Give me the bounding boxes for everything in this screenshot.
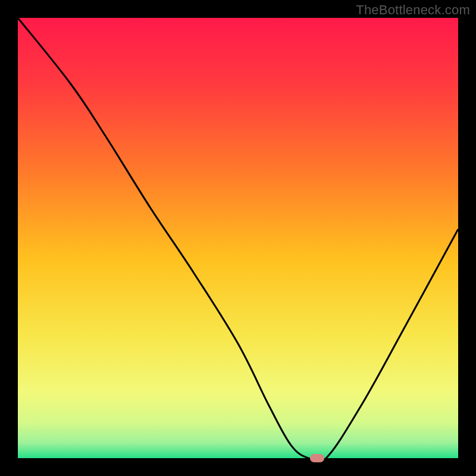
plot-area [18, 18, 458, 458]
plot-svg [18, 18, 458, 458]
optimal-point-marker [310, 454, 324, 462]
watermark-text: TheBottleneck.com [356, 2, 470, 18]
chart-frame: TheBottleneck.com [0, 0, 476, 476]
gradient-background [18, 18, 458, 458]
